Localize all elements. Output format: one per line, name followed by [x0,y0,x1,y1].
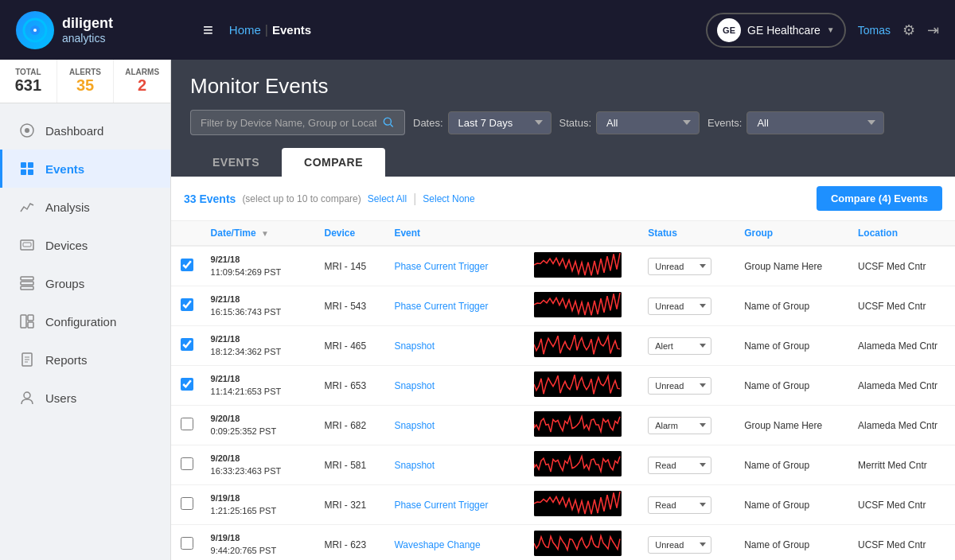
hamburger-icon[interactable]: ≡ [203,20,213,41]
sidebar-item-analysis[interactable]: Analysis [0,188,170,226]
sidebar-item-configuration[interactable]: Configuration [0,302,170,340]
row-waveform[interactable] [526,326,640,366]
row-checkbox[interactable] [181,298,193,311]
sidebar-events-label: Events [45,162,84,176]
dates-select[interactable]: Last 7 Days Last 30 Days Custom [448,111,552,134]
select-all-button[interactable]: Select All [368,193,407,204]
row-waveform[interactable] [526,525,640,561]
row-event[interactable]: Waveshape Change [386,525,526,561]
row-status[interactable]: UnreadReadAlertAlarm [640,326,736,366]
row-checkbox[interactable] [181,259,193,271]
main-layout: TOTAL 631 ALERTS 35 ALARMS 2 Dashboard [0,60,955,560]
svg-rect-5 [21,162,26,168]
col-header-datetime[interactable]: Date/Time ▼ [203,221,317,246]
dates-label: Dates: [413,117,443,129]
search-input[interactable] [201,117,376,129]
row-location: Merritt Med Cntr [850,445,955,485]
total-value: 631 [5,76,52,95]
sidebar-item-users[interactable]: Users [0,379,170,417]
row-waveform[interactable] [526,246,640,286]
row-checkbox[interactable] [181,378,193,391]
svg-rect-12 [21,282,33,285]
row-checkbox[interactable] [181,537,193,550]
user-area[interactable]: Tomas [858,24,891,37]
sidebar-groups-label: Groups [45,277,84,290]
row-status[interactable]: UnreadReadAlertAlarm [640,485,736,525]
col-header-group[interactable]: Group [736,221,850,246]
row-status[interactable]: UnreadReadAlertAlarm [640,366,736,406]
tab-compare[interactable]: COMPARE [282,148,385,177]
row-waveform[interactable] [526,406,640,445]
row-status[interactable]: UnreadReadAlertAlarm [640,525,736,561]
col-header-location[interactable]: Location [850,221,955,246]
col-header-waveform [526,221,640,246]
alarms-label: ALARMS [119,68,166,76]
sidebar-item-events[interactable]: Events [0,150,170,188]
settings-icon[interactable]: ⚙ [902,21,915,39]
svg-rect-7 [21,169,26,175]
page-header: Monitor Events Dates: Last 7 Days Last 3… [171,60,955,177]
sidebar: TOTAL 631 ALERTS 35 ALARMS 2 Dashboard [0,60,171,560]
row-device: MRI - 145 [316,246,386,286]
row-checkbox[interactable] [181,497,193,510]
row-waveform[interactable] [526,366,640,406]
row-group: Name of Group [736,366,850,406]
row-waveform[interactable] [526,485,640,525]
row-status[interactable]: UnreadReadAlertAlarm [640,406,736,445]
search-icon [383,116,395,129]
sidebar-item-devices[interactable]: Devices [0,226,170,264]
row-device: MRI - 321 [316,485,386,525]
row-status[interactable]: UnreadReadAlertAlarm [640,445,736,485]
nav-separator: | [265,23,268,37]
content-area: Monitor Events Dates: Last 7 Days Last 3… [171,60,955,560]
reports-icon [18,351,36,368]
sidebar-devices-label: Devices [45,239,88,252]
home-link[interactable]: Home [229,23,261,37]
row-location: Alameda Med Cntr [850,406,955,445]
row-status[interactable]: UnreadReadAlertAlarm [640,246,736,286]
logout-icon[interactable]: ⇥ [927,21,939,39]
groups-icon [18,274,36,292]
sidebar-dashboard-label: Dashboard [45,124,103,138]
svg-rect-16 [28,322,33,328]
row-checkbox[interactable] [181,457,193,470]
tab-events[interactable]: EVENTS [190,148,282,177]
table-row: 9/19/181:21:25:165 PSTMRI - 321Phase Cur… [171,485,955,525]
svg-rect-9 [21,240,33,250]
logo-area: diligent analytics [16,11,187,49]
page-title: Monitor Events [190,74,936,99]
row-status[interactable]: UnreadReadAlertAlarm [640,286,736,326]
compare-button[interactable]: Compare (4) Events [817,186,942,211]
row-event[interactable]: Phase Current Trigger [386,246,526,286]
tabs-row: EVENTS COMPARE [190,148,936,177]
row-event[interactable]: Snapshot [386,366,526,406]
ge-name-label: GE Healthcare [747,24,821,37]
row-event[interactable]: Snapshot [386,445,526,485]
events-select[interactable]: All Phase Current Trigger Snapshot Waves… [746,111,884,134]
table-row: 9/20/180:09:25:352 PSTMRI - 682SnapshotU… [171,406,955,445]
sidebar-item-dashboard[interactable]: Dashboard [0,111,170,150]
search-box[interactable] [190,110,405,135]
col-header-status[interactable]: Status [640,221,736,246]
sidebar-item-groups[interactable]: Groups [0,264,170,302]
row-waveform[interactable] [526,445,640,485]
row-group: Name of Group [736,445,850,485]
svg-rect-8 [28,169,33,175]
sidebar-item-reports[interactable]: Reports [0,340,170,379]
row-location: UCSF Med Cntr [850,485,955,525]
row-event[interactable]: Phase Current Trigger [386,286,526,326]
row-waveform[interactable] [526,286,640,326]
sidebar-reports-label: Reports [45,353,88,367]
ge-healthcare-selector[interactable]: GE GE Healthcare ▼ [706,13,846,48]
svg-rect-14 [21,315,26,328]
row-checkbox[interactable] [181,418,193,430]
row-event[interactable]: Snapshot [386,406,526,445]
col-header-device[interactable]: Device [316,221,386,246]
row-event[interactable]: Snapshot [386,326,526,366]
status-select[interactable]: All Unread Read Alert Alarm [596,111,700,134]
row-checkbox[interactable] [181,338,193,351]
select-none-button[interactable]: Select None [423,193,474,204]
svg-rect-13 [21,286,33,290]
row-event[interactable]: Phase Current Trigger [386,485,526,525]
col-header-event[interactable]: Event [386,221,526,246]
